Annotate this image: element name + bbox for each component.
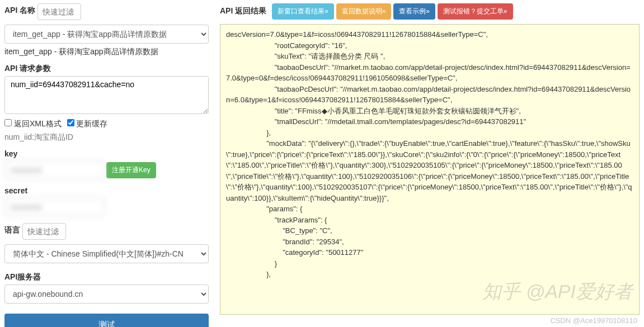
result-box: descVersion=7.0&type=1&f=icoss!069443708… bbox=[220, 24, 640, 315]
key-input[interactable] bbox=[4, 160, 104, 179]
key-label: key bbox=[4, 149, 209, 158]
lang-label: 语言 bbox=[4, 225, 20, 235]
lang-select[interactable]: 简体中文 - Chinese Simplified(中文[简体])#zh-CN bbox=[4, 244, 209, 263]
result-scroll[interactable]: descVersion=7.0&type=1&f=icoss!069443708… bbox=[220, 25, 639, 314]
req-params-label: API 请求参数 bbox=[4, 64, 209, 74]
right-panel: API 返回结果 新窗口查看结果» 返回数据说明» 查看示例» 测试报错？提交工… bbox=[220, 3, 640, 327]
test-button[interactable]: 测试 bbox=[4, 314, 209, 327]
xml-checkbox-label[interactable]: 返回XML格式 bbox=[4, 119, 64, 128]
result-code: descVersion=7.0&type=1&f=icoss!069443708… bbox=[226, 29, 633, 280]
xml-checkbox[interactable] bbox=[4, 119, 12, 126]
refresh-checkbox-label[interactable]: 更新缓存 bbox=[67, 119, 108, 128]
api-subtext: item_get_app - 获得淘宝app商品详情原数据 bbox=[4, 47, 209, 57]
api-select[interactable]: item_get_app - 获得淘宝app商品详情原数据 bbox=[4, 25, 209, 44]
secret-input[interactable] bbox=[4, 197, 104, 216]
report-button[interactable]: 测试报错？提交工单» bbox=[438, 3, 513, 20]
num-iid-hint: num_iid:淘宝商品ID bbox=[4, 132, 209, 143]
api-name-filter-input[interactable] bbox=[37, 3, 81, 20]
example-button[interactable]: 查看示例» bbox=[393, 3, 435, 20]
refresh-checkbox[interactable] bbox=[67, 119, 74, 126]
return-desc-button[interactable]: 返回数据说明» bbox=[336, 3, 392, 20]
server-label: API服务器 bbox=[4, 272, 209, 282]
req-params-textarea[interactable] bbox=[4, 76, 209, 114]
secret-label: secret bbox=[4, 186, 209, 195]
server-select[interactable]: api-gw.onebound.cn bbox=[4, 285, 209, 304]
lang-filter-input[interactable] bbox=[22, 223, 66, 240]
new-window-button[interactable]: 新窗口查看结果» bbox=[272, 3, 334, 20]
register-key-button[interactable]: 注册开通Key bbox=[106, 162, 156, 178]
api-name-label: API 名称 bbox=[4, 6, 35, 16]
left-panel: API 名称 item_get_app - 获得淘宝app商品详情原数据 ite… bbox=[4, 3, 209, 327]
result-label: API 返回结果 bbox=[220, 6, 266, 15]
